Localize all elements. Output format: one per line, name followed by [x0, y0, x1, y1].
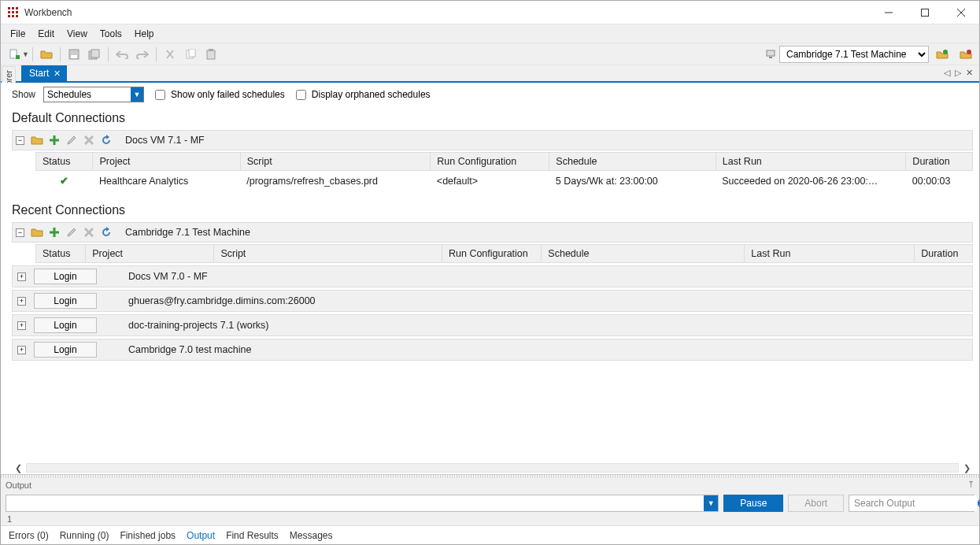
- pin-icon[interactable]: ⤒: [967, 480, 974, 490]
- machine-selector: Cambridge 7.1 Test Machine: [765, 46, 976, 63]
- command-input[interactable]: [6, 495, 704, 511]
- add-icon[interactable]: [48, 226, 61, 239]
- default-group-name: Docs VM 7.1 - MF: [125, 135, 205, 146]
- col-script[interactable]: Script: [240, 153, 431, 171]
- col-run-config[interactable]: Run Configuration: [431, 153, 549, 171]
- col-duration[interactable]: Duration: [906, 153, 973, 171]
- delete-icon[interactable]: [83, 134, 95, 146]
- clear-search-icon[interactable]: [977, 495, 980, 511]
- col-project[interactable]: Project: [93, 153, 240, 171]
- folder-open-icon[interactable]: [31, 134, 43, 146]
- horizontal-scrollbar[interactable]: ❮ ❯: [12, 462, 973, 474]
- tab-start[interactable]: Start ✕: [21, 65, 67, 81]
- show-dropdown[interactable]: ▼: [43, 87, 144, 102]
- menu-bar: File Edit View Tools Help: [1, 24, 979, 43]
- login-button[interactable]: Login: [34, 317, 97, 333]
- new-file-icon[interactable]: [6, 46, 23, 63]
- save-icon[interactable]: [65, 46, 83, 63]
- svg-rect-26: [769, 57, 772, 58]
- col-status[interactable]: Status: [36, 153, 93, 171]
- status-finished[interactable]: Finished jobs: [120, 530, 176, 541]
- col-schedule[interactable]: Schedule: [549, 153, 716, 171]
- svg-rect-25: [767, 50, 775, 56]
- col-duration[interactable]: Duration: [915, 245, 973, 263]
- close-tab-icon[interactable]: ✕: [54, 69, 61, 79]
- copy-icon[interactable]: [182, 46, 199, 63]
- status-messages[interactable]: Messages: [290, 530, 333, 541]
- refresh-icon[interactable]: [100, 134, 113, 146]
- dropdown-arrow-icon[interactable]: ▼: [131, 87, 143, 102]
- recent-group-name: Cambridge 7.1 Test Machine: [125, 227, 250, 238]
- menu-file[interactable]: File: [4, 26, 31, 42]
- table-row[interactable]: ✔ Healthcare Analytics /programs/refresh…: [36, 171, 973, 191]
- cell-duration: 00:00:03: [906, 171, 973, 191]
- menu-view[interactable]: View: [61, 26, 94, 42]
- output-page-indicator[interactable]: 1: [1, 514, 979, 525]
- disconnect-icon[interactable]: [957, 46, 974, 63]
- tab-nav-right-icon[interactable]: ▷: [953, 67, 963, 79]
- col-script[interactable]: Script: [214, 245, 442, 263]
- scroll-right-icon[interactable]: ❯: [960, 462, 973, 474]
- edit-icon[interactable]: [65, 226, 78, 239]
- undo-icon[interactable]: [113, 46, 131, 63]
- recent-group-row: − Cambridge 7.1 Test Machine: [12, 222, 973, 243]
- menu-help[interactable]: Help: [128, 26, 161, 42]
- abort-button[interactable]: Abort: [788, 495, 844, 512]
- collapse-toggle[interactable]: −: [16, 228, 24, 237]
- close-button[interactable]: [943, 1, 979, 24]
- cell-script: /programs/refresh_cbases.prd: [240, 171, 431, 191]
- status-bar: Errors (0) Running (0) Finished jobs Out…: [1, 525, 979, 544]
- svg-rect-4: [12, 11, 14, 13]
- expand-toggle[interactable]: +: [17, 272, 26, 281]
- col-last-run[interactable]: Last Run: [716, 153, 906, 171]
- login-button[interactable]: Login: [34, 342, 97, 358]
- minimize-button[interactable]: [871, 1, 907, 24]
- save-all-icon[interactable]: [86, 46, 103, 63]
- refresh-icon[interactable]: [100, 226, 113, 239]
- edit-icon[interactable]: [65, 134, 78, 146]
- status-errors[interactable]: Errors (0): [9, 530, 49, 541]
- collapse-toggle[interactable]: −: [16, 136, 24, 145]
- only-failed-checkbox[interactable]: [155, 90, 165, 100]
- connect-icon[interactable]: [934, 46, 951, 63]
- status-find[interactable]: Find Results: [226, 530, 279, 541]
- col-last-run[interactable]: Last Run: [745, 245, 915, 263]
- status-ok-icon: ✔: [60, 176, 68, 187]
- expand-toggle[interactable]: +: [17, 346, 26, 354]
- status-output[interactable]: Output: [187, 530, 215, 541]
- tab-close-all-icon[interactable]: ✕: [964, 67, 974, 79]
- show-dropdown-value[interactable]: [44, 87, 131, 102]
- orphaned-checkbox[interactable]: [296, 90, 306, 100]
- menu-edit[interactable]: Edit: [31, 26, 61, 42]
- machine-dropdown[interactable]: Cambridge 7.1 Test Machine: [779, 46, 929, 63]
- svg-rect-5: [16, 11, 18, 13]
- login-button[interactable]: Login: [34, 269, 97, 284]
- col-project[interactable]: Project: [86, 245, 214, 263]
- tab-start-label: Start: [29, 68, 49, 79]
- add-icon[interactable]: [48, 134, 61, 146]
- status-running[interactable]: Running (0): [60, 530, 109, 541]
- folder-open-icon[interactable]: [31, 226, 43, 239]
- cut-icon[interactable]: [161, 46, 179, 63]
- paste-icon[interactable]: [202, 46, 220, 63]
- dropdown-arrow-icon[interactable]: ▼: [22, 50, 29, 58]
- col-schedule[interactable]: Schedule: [542, 245, 745, 263]
- col-run-config[interactable]: Run Configuration: [442, 245, 541, 263]
- expand-toggle[interactable]: +: [17, 297, 26, 306]
- svg-rect-7: [12, 15, 14, 17]
- login-button[interactable]: Login: [34, 293, 97, 309]
- menu-tools[interactable]: Tools: [94, 26, 128, 42]
- toolbar: ▼ Cambridge 7.1 Test Machine: [1, 43, 979, 65]
- scroll-left-icon[interactable]: ❮: [12, 462, 24, 474]
- search-output-input[interactable]: [849, 495, 977, 511]
- pause-button[interactable]: Pause: [723, 495, 783, 512]
- maximize-button[interactable]: [907, 1, 943, 24]
- col-status[interactable]: Status: [36, 245, 86, 263]
- expand-toggle[interactable]: +: [17, 321, 26, 330]
- command-dropdown-icon[interactable]: ▼: [704, 495, 718, 511]
- svg-rect-3: [8, 11, 10, 13]
- redo-icon[interactable]: [134, 46, 151, 63]
- delete-icon[interactable]: [83, 226, 95, 239]
- tab-nav-left-icon[interactable]: ◁: [942, 67, 952, 79]
- open-folder-icon[interactable]: [38, 46, 55, 63]
